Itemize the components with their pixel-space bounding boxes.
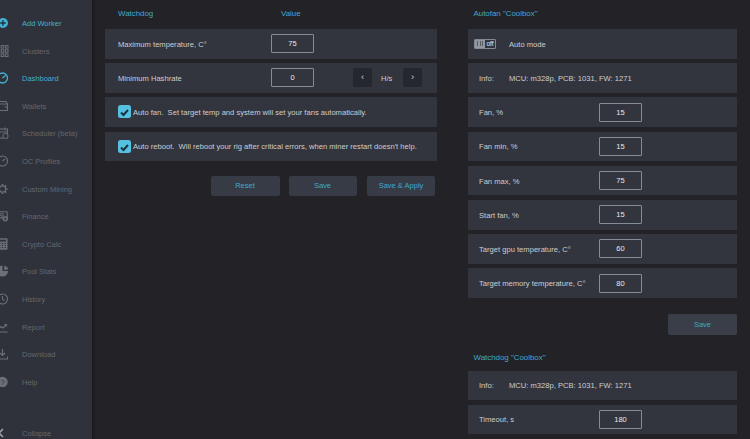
svg-text:?: ? [0, 377, 4, 386]
